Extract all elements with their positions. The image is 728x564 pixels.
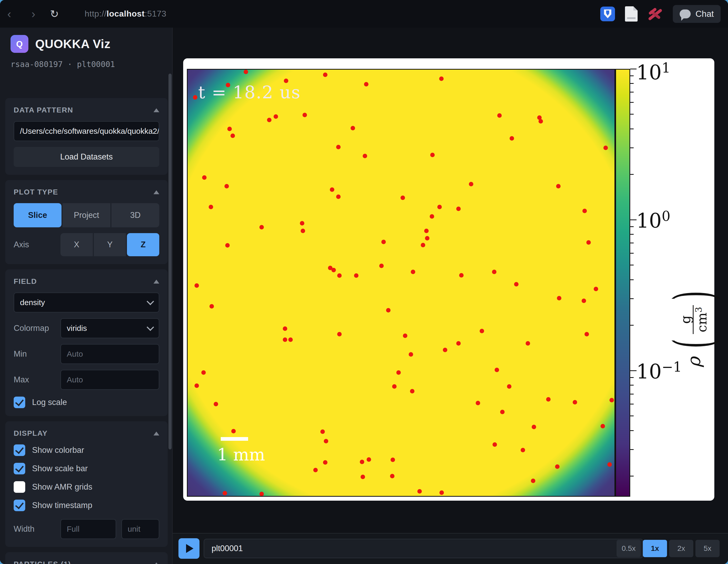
particle-dot bbox=[231, 429, 236, 433]
axis-y-button[interactable]: Y bbox=[94, 233, 126, 256]
colorbar-tick bbox=[630, 83, 634, 84]
particle-dot bbox=[386, 308, 391, 312]
speed-5x-button[interactable]: 5x bbox=[695, 540, 720, 557]
particle-dot bbox=[226, 83, 230, 87]
particle-dot bbox=[391, 458, 395, 462]
collapse-icon[interactable] bbox=[153, 190, 159, 194]
particle-dot bbox=[193, 95, 197, 100]
show-amr-grids-checkbox[interactable] bbox=[14, 481, 25, 493]
show-scalebar-checkbox[interactable] bbox=[14, 463, 25, 474]
collapse-icon[interactable] bbox=[153, 562, 159, 564]
particle-dot bbox=[401, 196, 405, 200]
particle-dot bbox=[469, 182, 473, 186]
particle-dot bbox=[324, 439, 328, 443]
particle-dot bbox=[337, 273, 342, 278]
particle-dot bbox=[267, 118, 271, 122]
blocked-pen-extension-icon[interactable] bbox=[648, 6, 663, 22]
chat-bubble-icon bbox=[680, 9, 691, 18]
particle-dot bbox=[586, 240, 591, 245]
colorbar-tick bbox=[630, 102, 634, 103]
colorbar-tick bbox=[630, 147, 634, 148]
sidebar-scrollbar[interactable] bbox=[168, 74, 172, 449]
particle-dot bbox=[456, 341, 461, 346]
particle-dot bbox=[594, 287, 598, 291]
width-input[interactable]: Full bbox=[60, 519, 116, 539]
colorbar-tick bbox=[630, 92, 634, 93]
play-button[interactable] bbox=[178, 538, 199, 559]
scale-bar bbox=[221, 437, 248, 441]
particle-dot bbox=[363, 154, 367, 158]
collapse-icon[interactable] bbox=[153, 108, 159, 112]
plot-mode-project[interactable]: Project bbox=[63, 203, 110, 227]
timestamp-annotation: t = 18.2 us bbox=[198, 82, 301, 102]
particle-dot bbox=[443, 348, 447, 352]
particle-dot bbox=[493, 442, 497, 447]
axis-x-button[interactable]: X bbox=[60, 233, 93, 256]
app-logo: Q bbox=[11, 35, 28, 53]
load-datasets-button[interactable]: Load Datasets bbox=[14, 147, 159, 167]
forward-icon[interactable]: › bbox=[24, 7, 43, 20]
slice-map[interactable]: t = 18.2 us 1 mm bbox=[187, 69, 615, 497]
log-scale-checkbox[interactable] bbox=[14, 397, 25, 408]
section-plot-type: PLOT TYPE Slice Project 3D Axis X Y Z bbox=[5, 180, 168, 264]
axis-z-button[interactable]: Z bbox=[127, 233, 159, 256]
particle-dot bbox=[390, 474, 394, 478]
data-pattern-input[interactable]: /Users/cche/softwares/quokka/quokka2/t bbox=[14, 121, 159, 141]
show-timestamp-checkbox[interactable] bbox=[14, 500, 25, 511]
address-bar[interactable]: http://localhost:5173 bbox=[85, 9, 166, 19]
collapse-icon[interactable] bbox=[153, 280, 159, 284]
shield-extension-icon[interactable] bbox=[600, 7, 615, 21]
width-unit-input[interactable]: unit bbox=[121, 519, 159, 539]
section-title: FIELD bbox=[14, 277, 37, 286]
colorbar-tick bbox=[630, 114, 634, 115]
speed-2x-button[interactable]: 2x bbox=[669, 540, 693, 557]
particle-dot bbox=[500, 410, 505, 414]
max-input[interactable]: Auto bbox=[60, 370, 159, 390]
particle-dot bbox=[582, 209, 587, 213]
show-timestamp-label: Show timestamp bbox=[32, 501, 92, 510]
plot-figure: t = 18.2 us 1 mm 101 100 10−1 ρ ( g cm3 … bbox=[183, 58, 714, 501]
playback-toolbar: plt00001 0.5x 1x 2x 5x bbox=[173, 533, 728, 564]
particle-dot bbox=[323, 460, 327, 465]
particle-dot bbox=[439, 76, 444, 81]
particle-dot bbox=[555, 464, 560, 469]
particle-dot bbox=[531, 479, 535, 483]
back-icon[interactable]: ‹ bbox=[0, 7, 18, 20]
speed-0.5x-button[interactable]: 0.5x bbox=[617, 540, 641, 557]
plot-mode-slice[interactable]: Slice bbox=[14, 203, 61, 227]
colorbar-tick bbox=[630, 476, 634, 476]
document-extension-icon[interactable] bbox=[625, 6, 638, 22]
particle-dot bbox=[360, 460, 364, 464]
particle-dot bbox=[573, 400, 577, 404]
collapse-icon[interactable] bbox=[153, 432, 159, 435]
colorbar-tick bbox=[630, 226, 634, 227]
colorbar-tick bbox=[630, 174, 634, 175]
reload-icon[interactable]: ↻ bbox=[43, 8, 66, 20]
section-title: PARTICLES (1) bbox=[14, 560, 71, 564]
frame-select-value: plt00001 bbox=[212, 544, 243, 553]
particle-dot bbox=[514, 282, 519, 286]
particle-dot bbox=[510, 136, 514, 141]
plot-mode-3d[interactable]: 3D bbox=[111, 203, 159, 227]
particle-dot bbox=[582, 299, 586, 303]
min-input[interactable]: Auto bbox=[60, 344, 159, 364]
particle-dot bbox=[331, 268, 336, 272]
particle-dot bbox=[223, 491, 227, 495]
show-colorbar-checkbox[interactable] bbox=[14, 444, 25, 456]
particle-dot bbox=[259, 225, 264, 229]
particle-dot bbox=[330, 187, 334, 192]
chat-button[interactable]: Chat bbox=[673, 5, 721, 23]
section-title: PLOT TYPE bbox=[14, 188, 58, 196]
field-select[interactable]: density bbox=[14, 293, 159, 312]
colorbar-tick bbox=[630, 243, 634, 243]
particle-dot bbox=[437, 205, 442, 209]
particle-dot bbox=[313, 468, 318, 472]
section-display: DISPLAY Show colorbar Show scale bar Sho… bbox=[5, 421, 168, 547]
particle-dot bbox=[392, 384, 397, 389]
colorbar-tick bbox=[630, 69, 637, 69]
colorbar-tick bbox=[630, 75, 634, 76]
url-host: localhost bbox=[107, 9, 145, 18]
frame-select[interactable]: plt00001 bbox=[204, 539, 643, 558]
colormap-select[interactable]: viridis bbox=[60, 318, 159, 338]
speed-1x-button[interactable]: 1x bbox=[643, 540, 667, 557]
